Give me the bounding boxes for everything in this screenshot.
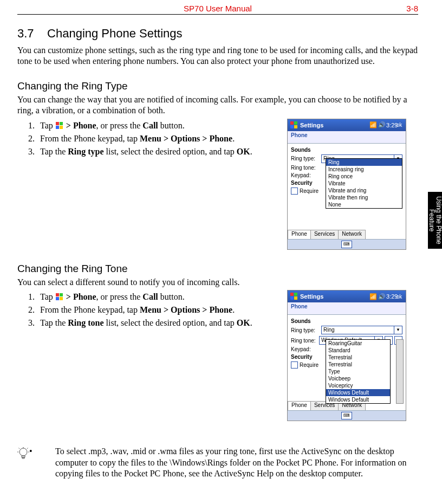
ringtone-step2: From the Phone keypad, tap Menu > Option…	[37, 305, 297, 315]
ringtype-field[interactable]: Ring ▼	[321, 326, 402, 334]
screenshot-ringtone: Settings 📶 🔊 3:29 ok Phone Sounds Ring t…	[287, 290, 406, 421]
ringtype-step3: Tap the Ring type list, select the desir…	[37, 147, 297, 157]
dropdown-icon: ▼	[394, 326, 402, 334]
shot-time: 3:29	[386, 293, 395, 300]
screenshot-ringtype: Settings 📶 🔊 3:29 ok Phone Sounds Ring t…	[287, 119, 406, 250]
signal-icon: 📶	[369, 121, 378, 128]
ringtype-heading: Changing the Ring Type	[17, 80, 418, 92]
ok-button[interactable]: ok	[395, 294, 404, 300]
tab-services[interactable]: Services	[310, 230, 339, 240]
sip-bar: ⌨	[288, 410, 406, 421]
dropdown-option[interactable]: Vibrate and ring	[326, 187, 402, 194]
ringtype-step1: Tap > Phone, or press the Call button.	[37, 121, 297, 131]
ringtone-intro: You can select a different sound to noti…	[17, 277, 418, 288]
dropdown-option[interactable]: Terrestrial	[326, 361, 390, 368]
require-checkbox[interactable]	[291, 188, 298, 195]
dropdown-option[interactable]: Increasing ring	[326, 166, 402, 173]
shot-title: Settings	[300, 122, 323, 128]
keypad-label: Keypad:	[291, 346, 321, 352]
sounds-heading: Sounds	[291, 147, 402, 153]
require-checkbox[interactable]	[291, 361, 298, 369]
ringtone-label: Ring tone:	[291, 338, 319, 344]
require-label: Require	[300, 362, 318, 368]
ringtype-steps: Tap > Phone, or press the Call button. F…	[17, 121, 297, 157]
require-label: Require	[300, 188, 318, 194]
dropdown-option[interactable]: Terrestrial	[326, 354, 390, 361]
shot-title: Settings	[300, 293, 323, 300]
tab-phone[interactable]: Phone	[288, 230, 311, 240]
shot-section: Phone	[288, 302, 406, 315]
header-pagenum: 3-8	[406, 4, 418, 13]
dropdown-option[interactable]: None	[326, 201, 402, 208]
dropdown-option[interactable]: Windows Default	[326, 389, 390, 396]
ringtone-label: Ring tone:	[291, 165, 321, 171]
tip-row: •To select .mp3, .wav, .mid or .wma file…	[17, 446, 418, 479]
svg-point-0	[20, 448, 27, 456]
shot-section: Phone	[288, 131, 406, 144]
ringtone-step1: Tap > Phone, or press the Call button.	[37, 292, 297, 302]
svg-line-5	[27, 448, 28, 449]
ringtype-step2: From the Phone keypad, tap Menu > Option…	[37, 134, 297, 144]
tip-text: •To select .mp3, .wav, .mid or .wma file…	[31, 446, 418, 479]
scrollbar[interactable]	[396, 339, 404, 404]
shot-bottom-tabs: Phone Services Network	[288, 230, 365, 240]
dropdown-option[interactable]: Type	[326, 368, 390, 375]
sounds-heading: Sounds	[291, 318, 402, 324]
dropdown-option[interactable]: Standard	[326, 347, 390, 354]
ringtype-label: Ring type:	[291, 156, 321, 161]
keypad-label: Keypad:	[291, 172, 321, 178]
page-header: SP70 User Manual 3-8	[17, 0, 418, 15]
keyboard-icon[interactable]: ⌨	[341, 412, 352, 419]
dropdown-option[interactable]: Windows Default	[326, 396, 390, 403]
side-tab-using-phone: Using the Phone Feature	[428, 192, 442, 249]
dropdown-option[interactable]: Vibrate then ring	[326, 194, 402, 201]
dropdown-option[interactable]: Vibrate	[326, 180, 402, 187]
dropdown-option[interactable]: Ring once	[326, 173, 402, 180]
ok-button[interactable]: ok	[395, 122, 404, 128]
keyboard-icon[interactable]: ⌨	[341, 241, 352, 248]
side-tab-label: Using the Phone Feature	[428, 192, 442, 249]
section-number: 3.7	[17, 27, 34, 40]
ringtone-step3: Tap the Ring tone list, select the desir…	[37, 318, 297, 328]
section-name: Changing Phone Settings	[47, 27, 183, 40]
tab-network[interactable]: Network	[338, 230, 366, 240]
header-title: SP70 User Manual	[184, 4, 252, 13]
ringtone-dropdown[interactable]: RoaringGuitarStandardTerrestrialTerrestr…	[326, 339, 391, 404]
volume-icon: 🔊	[378, 293, 386, 300]
shot-time: 3:29	[386, 122, 395, 128]
ringtype-intro: You can change the way that you are noti…	[17, 94, 418, 117]
tab-phone[interactable]: Phone	[288, 401, 311, 411]
sip-bar: ⌨	[288, 239, 406, 249]
dropdown-option[interactable]: Voicbeep	[326, 375, 390, 382]
ringtone-heading: Changing the Ring Tone	[17, 263, 418, 275]
dropdown-option[interactable]: Voicepricy	[326, 382, 390, 389]
start-icon	[56, 122, 63, 130]
ringtype-label: Ring type:	[291, 327, 321, 333]
volume-icon: 🔊	[378, 121, 386, 128]
dropdown-option[interactable]: Ring	[326, 159, 402, 166]
section-title: 3.7 Changing Phone Settings	[17, 27, 418, 41]
signal-icon: 📶	[369, 293, 378, 300]
ringtone-steps: Tap > Phone, or press the Call button. F…	[17, 292, 297, 328]
dropdown-option[interactable]: RoaringGuitar	[326, 340, 390, 347]
section-intro: You can customize phone settings, such a…	[17, 45, 418, 67]
start-icon	[290, 293, 298, 300]
shot-titlebar: Settings 📶 🔊 3:29 ok	[288, 119, 406, 131]
start-icon	[56, 293, 63, 301]
shot-titlebar: Settings 📶 🔊 3:29 ok	[288, 290, 406, 302]
ringtype-dropdown[interactable]: RingIncreasing ringRing onceVibrateVibra…	[326, 158, 402, 209]
svg-line-4	[19, 448, 20, 449]
start-icon	[290, 121, 298, 129]
